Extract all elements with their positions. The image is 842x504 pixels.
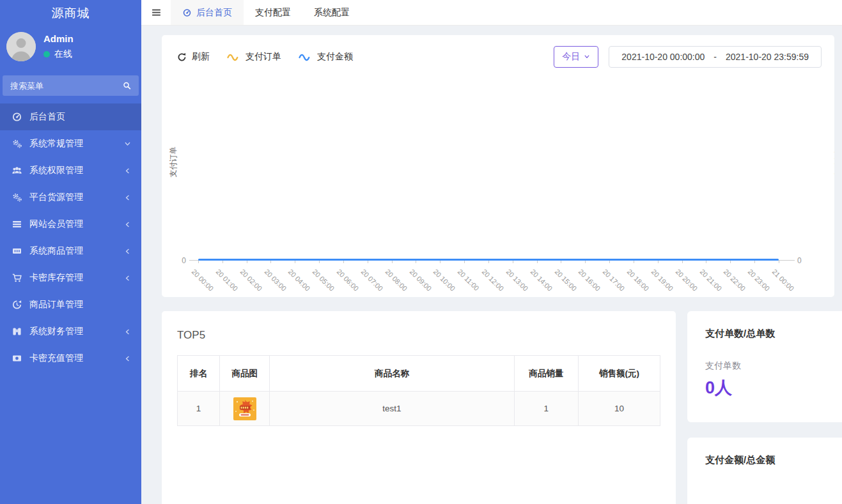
sidebar-item[interactable]: 卡密库存管理 [0,264,141,291]
x-tick-label: 20 07:00 [359,268,384,293]
x-tick-label: 20 02:00 [238,268,263,293]
history-icon [12,300,22,310]
legend-item[interactable]: 支付金额 [298,51,353,63]
search-input[interactable] [10,81,123,91]
x-tick-label: 20 19:00 [650,268,674,293]
tab-active[interactable]: 后台首页 [171,0,244,25]
x-tick-label: 20 01:00 [214,268,239,293]
sidebar-item-label: 商品订单管理 [29,299,131,310]
x-tick-label: 20 23:00 [747,268,772,293]
table-row: 1test1110 [178,392,660,426]
user-panel: Admin 在线 [0,23,141,64]
stat-label: 支付单数 [687,340,842,372]
sidebar-item[interactable]: 系统权限管理 [0,157,141,184]
chart-legend: 支付订单支付金额 [226,51,353,63]
search-icon[interactable] [123,81,131,90]
sidebar-item-label: 平台货源管理 [29,192,117,203]
x-tick-label: 20 13:00 [504,268,529,293]
stat-title: 支付单数/总单数 [687,311,842,340]
avatar[interactable] [6,32,36,61]
chevron-down-icon [584,54,590,60]
chevron-left-icon [124,167,131,174]
refresh-button[interactable]: 刷新 [177,51,210,63]
sidebar-item-label: 卡密充值管理 [29,353,117,364]
binoculars-icon [12,326,22,337]
chevron-down-icon [124,141,131,148]
menu-search [3,75,139,96]
y-tick-left: 0 [173,256,186,265]
date-range-input[interactable]: 2021-10-20 00:00:00 - 2021-10-20 23:59:5… [609,46,822,68]
table-header-cell: 商品销量 [514,356,578,392]
x-tick-label: 20 16:00 [577,268,602,293]
wave-icon [298,52,312,61]
sidebar-item[interactable]: 系统常规管理 [0,130,141,157]
topbar: 后台首页支付配置系统配置 [141,0,842,26]
content: 刷新 支付订单支付金额 今日 2021-10-20 00:00:00 - 202… [141,26,842,504]
table-header-cell: 商品名称 [270,356,515,392]
x-tick-label: 20 06:00 [336,268,361,293]
table-header-cell: 排名 [178,356,220,392]
tab-label: 支付配置 [255,7,291,19]
cogs-icon [12,192,22,202]
refresh-label: 刷新 [192,51,210,63]
x-tick-label: 20 00:00 [191,268,215,293]
chevron-left-icon [124,355,131,362]
sidebar-toggle-button[interactable] [141,0,171,25]
tab-bar: 后台首页支付配置系统配置 [171,0,361,25]
hamburger-icon [151,7,162,18]
payment-chart-card: 刷新 支付订单支付金额 今日 2021-10-20 00:00:00 - 202… [162,35,834,297]
list-icon [12,219,22,229]
y-axis-label-right: 支付金额 [833,147,835,178]
stat-value: 0人 [687,372,842,399]
sidebar-item-label: 系统商品管理 [29,245,117,257]
table-header-row: 排名商品图商品名称商品销量销售额(元) [178,356,660,392]
sidebar-item[interactable]: 平台货源管理 [0,184,141,211]
users-icon [12,165,22,176]
tab-item[interactable]: 支付配置 [244,0,302,25]
top5-table: 排名商品图商品名称商品销量销售额(元) 1test1110 [177,355,660,426]
x-tick-label: 20 22:00 [722,268,747,293]
x-tick-label: 20 20:00 [674,268,699,293]
sidebar-item-label: 卡密库存管理 [29,272,117,284]
top5-title: TOP5 [162,311,676,342]
chevron-left-icon [124,275,131,282]
chevron-left-icon [124,328,131,335]
x-tick-label: 20 21:00 [698,268,723,293]
sidebar-item-label: 网站会员管理 [29,218,117,230]
product-image [233,397,256,420]
legend-item[interactable]: 支付订单 [226,51,281,63]
x-tick-label: 20 08:00 [384,268,409,293]
online-status-dot [43,51,50,57]
main-area: 后台首页支付配置系统配置 刷新 支付订单支付金额 今日 [141,0,842,504]
sidebar-item[interactable]: 后台首页 [0,103,141,130]
date-range-preset-button[interactable]: 今日 [554,46,598,68]
admin-dashboard: 源商城 Admin 在线 后台首页系统常规管理系统权限管理平台货源管理网站会员管… [0,0,842,504]
cart-icon [12,273,22,283]
table-header-cell: 销售额(元) [578,356,660,392]
user-status: 在线 [43,49,74,60]
cogs-icon [12,139,22,149]
sidebar-item[interactable]: 系统财务管理 [0,318,141,345]
x-tick-label: 20 04:00 [287,268,312,293]
sidebar-item[interactable]: 商品订单管理 [0,291,141,318]
chart-header: 刷新 支付订单支付金额 今日 2021-10-20 00:00:00 - 202… [162,35,834,68]
user-name: Admin [43,33,74,44]
legend-label: 支付订单 [246,51,281,63]
x-axis-tick-marks [198,261,779,263]
sidebar-item-label: 系统常规管理 [29,138,117,149]
sidebar-item-label: 系统权限管理 [29,165,117,176]
sidebar: 源商城 Admin 在线 后台首页系统常规管理系统权限管理平台货源管理网站会员管… [0,0,141,504]
cell-amount: 10 [578,392,660,426]
sidebar-item[interactable]: 卡密充值管理 [0,345,141,372]
cell-product-image [220,392,270,426]
chevron-left-icon [124,194,131,201]
gauge-icon [12,112,22,122]
tab-label: 后台首页 [196,7,232,19]
sidebar-item[interactable]: 系统商品管理 [0,238,141,264]
date-start: 2021-10-20 00:00:00 [621,52,705,62]
cell-rank: 1 [178,392,220,426]
sidebar-item-label: 后台首页 [29,111,131,123]
y-tick-right: 0 [797,256,802,265]
tab-item[interactable]: 系统配置 [302,0,361,25]
sidebar-item[interactable]: 网站会员管理 [0,211,141,238]
